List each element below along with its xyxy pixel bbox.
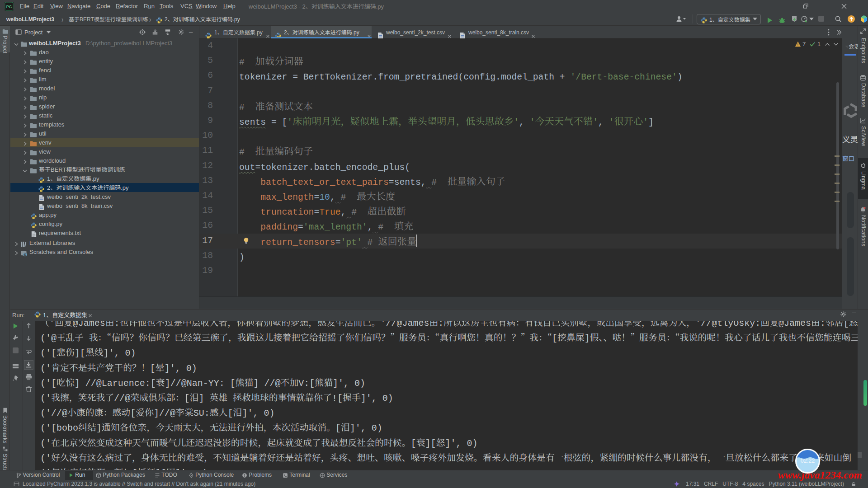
svg-text:PC: PC: [6, 5, 12, 9]
svg-text:02:22: 02:22: [801, 458, 815, 464]
